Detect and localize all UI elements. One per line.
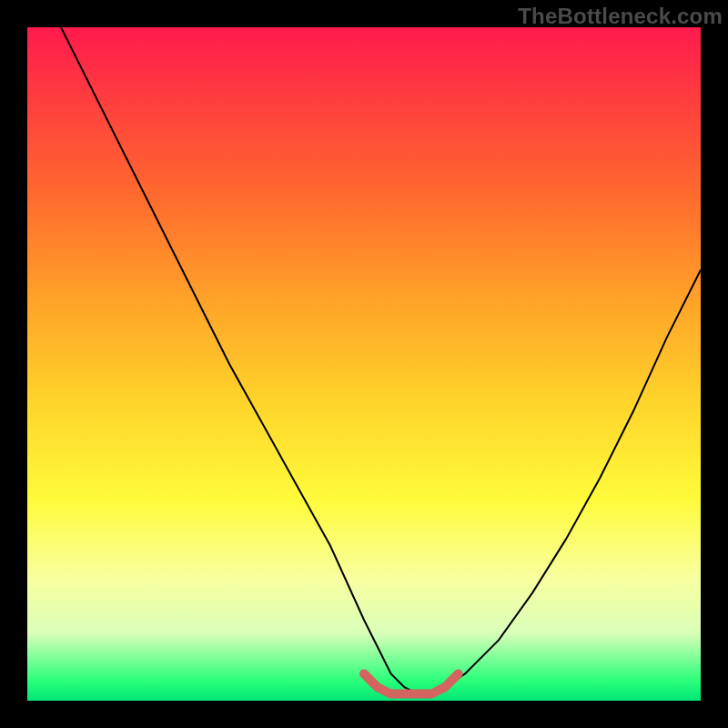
chart-frame: TheBottleneck.com xyxy=(0,0,728,728)
chart-plot-area xyxy=(27,27,701,701)
optimal-band-marker xyxy=(364,673,459,693)
watermark-text: TheBottleneck.com xyxy=(518,4,723,29)
chart-svg xyxy=(27,27,701,701)
bottleneck-curve xyxy=(61,27,701,694)
